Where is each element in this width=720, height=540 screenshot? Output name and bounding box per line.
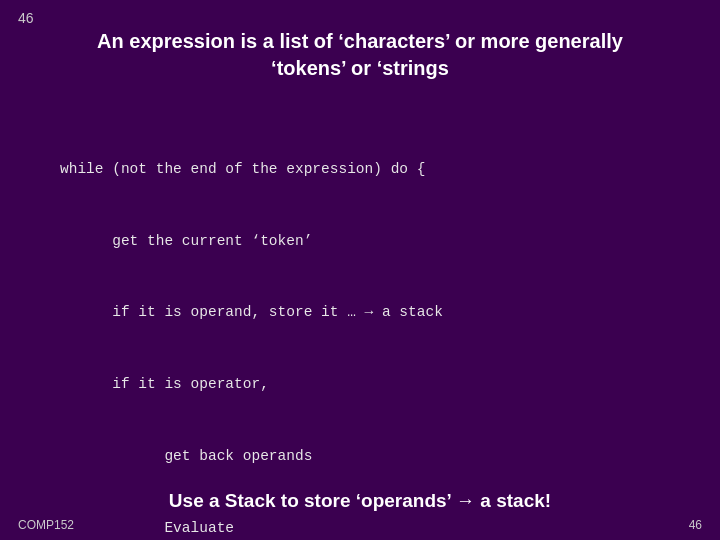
title-area: An expression is a list of ‘characters’ …: [0, 0, 720, 100]
code-line-1: while (not the end of the expression) do…: [60, 158, 680, 182]
code-line-2: get the current ‘token’: [60, 230, 680, 254]
code-line-6: Evaluate: [60, 517, 680, 540]
slide-title: An expression is a list of ‘characters’ …: [80, 28, 640, 82]
bottom-text: Use a Stack to store ‘operands’ → a stac…: [0, 490, 720, 512]
slide-number-top: 46: [18, 10, 34, 26]
bottom-area: Use a Stack to store ‘operands’ → a stac…: [0, 490, 720, 512]
code-line-5: get back operands: [60, 445, 680, 469]
code-line-4: if it is operator,: [60, 373, 680, 397]
footer-left: COMP152: [18, 518, 74, 532]
code-block: while (not the end of the expression) do…: [0, 100, 720, 540]
code-line-3: if it is operand, store it … → a stack: [60, 301, 680, 325]
footer-right: 46: [689, 518, 702, 532]
